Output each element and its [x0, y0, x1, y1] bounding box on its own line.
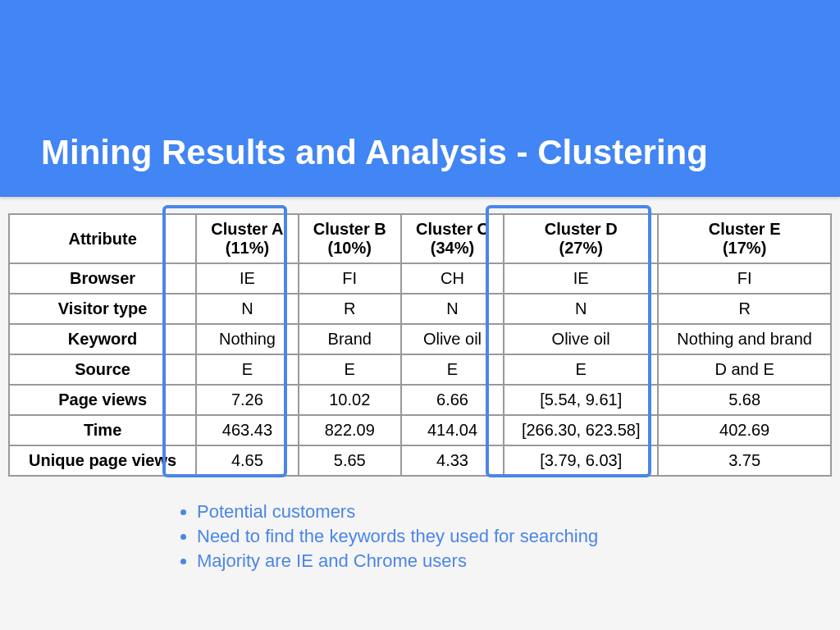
table-header-row: Attribute Cluster A(11%) Cluster B(10%) …: [9, 214, 831, 263]
cell: 3.75: [658, 445, 831, 476]
cell: R: [658, 294, 831, 324]
page-title: Mining Results and Analysis - Clustering: [41, 133, 708, 172]
row-attribute: Unique page views: [9, 445, 196, 476]
cell: E: [196, 354, 298, 385]
row-attribute: Source: [9, 354, 196, 385]
col-cluster-a: Cluster A(11%): [196, 214, 298, 263]
cell: [266.30, 623.58]: [504, 415, 658, 445]
cell: IE: [196, 263, 298, 294]
row-attribute: Keyword: [9, 324, 196, 354]
row-attribute: Visitor type: [9, 294, 196, 324]
cell: 822.09: [299, 415, 401, 445]
table-row: Page views7.2610.026.66[5.54, 9.61]5.68: [9, 385, 831, 415]
cell: 4.33: [401, 445, 504, 476]
cell: N: [196, 294, 298, 324]
col-cluster-b: Cluster B(10%): [299, 214, 401, 263]
cell: Olive oil: [401, 324, 504, 354]
table-row: Unique page views4.655.654.33[3.79, 6.03…: [9, 445, 831, 476]
cell: 7.26: [196, 385, 298, 415]
bullet-item: Need to find the keywords they used for …: [197, 526, 832, 547]
row-attribute: Browser: [9, 263, 196, 294]
row-attribute: Page views: [9, 385, 196, 415]
cell: D and E: [658, 354, 831, 385]
header-banner: Mining Results and Analysis - Clustering: [0, 0, 840, 197]
bullet-item: Majority are IE and Chrome users: [197, 550, 832, 572]
col-attribute: Attribute: [9, 214, 196, 263]
content-area: Attribute Cluster A(11%) Cluster B(10%) …: [0, 197, 840, 572]
cell: IE: [504, 263, 658, 294]
table-row: KeywordNothingBrandOlive oilOlive oilNot…: [9, 324, 831, 354]
cell: Brand: [299, 324, 401, 354]
cell: Nothing: [196, 324, 298, 354]
table-row: SourceEEEED and E: [9, 354, 831, 385]
table-row: BrowserIEFICHIEFI: [9, 263, 831, 294]
col-cluster-e: Cluster E(17%): [658, 214, 831, 263]
cell: FI: [658, 263, 831, 294]
bullet-list: Potential customers Need to find the key…: [197, 501, 832, 572]
col-cluster-c: Cluster C(34%): [401, 214, 504, 263]
cell: 463.43: [196, 415, 298, 445]
cell: Nothing and brand: [658, 324, 831, 354]
cell: 5.68: [658, 385, 831, 415]
cell: FI: [299, 263, 401, 294]
cell: [3.79, 6.03]: [504, 445, 658, 476]
cell: CH: [401, 263, 504, 294]
cell: Olive oil: [504, 324, 658, 354]
cell: 414.04: [401, 415, 504, 445]
cell: E: [401, 354, 504, 385]
cell: 6.66: [401, 385, 504, 415]
cell: E: [299, 354, 401, 385]
col-cluster-d: Cluster D(27%): [504, 214, 658, 263]
cell: N: [401, 294, 504, 324]
cell: E: [504, 354, 658, 385]
row-attribute: Time: [9, 415, 196, 445]
bullet-item: Potential customers: [197, 501, 832, 523]
table-row: Visitor typeNRNNR: [9, 294, 831, 324]
cell: [5.54, 9.61]: [504, 385, 658, 415]
cluster-table: Attribute Cluster A(11%) Cluster B(10%) …: [8, 213, 832, 477]
table-row: Time463.43822.09414.04[266.30, 623.58]40…: [9, 415, 831, 445]
cell: 5.65: [299, 445, 401, 476]
cell: 4.65: [196, 445, 298, 476]
cell: 402.69: [658, 415, 831, 445]
cell: 10.02: [299, 385, 401, 415]
cell: R: [299, 294, 401, 324]
cell: N: [504, 294, 658, 324]
table-body: BrowserIEFICHIEFIVisitor typeNRNNRKeywor…: [9, 263, 831, 476]
